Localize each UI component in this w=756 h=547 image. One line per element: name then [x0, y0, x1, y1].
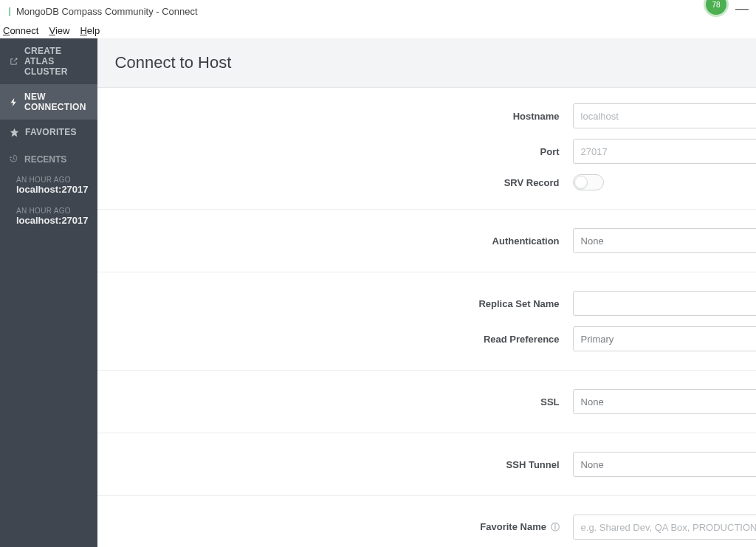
- menubar: Connect View Help: [0, 22, 756, 38]
- bolt-icon: [9, 97, 18, 107]
- label-readpref: Read Preference: [97, 334, 573, 345]
- star-icon: [9, 128, 19, 137]
- ssl-select[interactable]: None ▼: [573, 389, 756, 414]
- recent-host: localhost:27017: [16, 184, 89, 195]
- connect-form: Hostname Port SRV Record: [97, 88, 756, 547]
- menu-connect[interactable]: Connect: [3, 25, 38, 36]
- label-ssh: SSH Tunnel: [97, 459, 573, 470]
- menu-view[interactable]: View: [49, 25, 69, 36]
- favorite-name-input[interactable]: [573, 515, 756, 540]
- sidebar-item-favorites[interactable]: FAVORITES: [0, 120, 97, 145]
- main-header: Connect to Host: [97, 38, 756, 88]
- label-favname: Favorite Name ⓘ: [97, 521, 573, 534]
- divider: [97, 495, 756, 496]
- select-value: None: [581, 235, 604, 247]
- recent-host: localhost:27017: [16, 215, 89, 226]
- sidebar-item-label: FAVORITES: [25, 127, 77, 137]
- toggle-knob: [574, 176, 588, 189]
- label-port: Port: [97, 146, 573, 157]
- label-ssl: SSL: [97, 396, 573, 407]
- menu-help[interactable]: Help: [80, 25, 100, 36]
- read-preference-select[interactable]: Primary ▼: [573, 326, 756, 351]
- status-badge: 78: [706, 0, 726, 15]
- history-icon: [9, 154, 18, 165]
- divider: [97, 433, 756, 433]
- label-auth: Authentication: [97, 235, 573, 247]
- main-panel: Connect to Host Hostname Port SRV Record: [97, 38, 756, 547]
- recent-item[interactable]: AN HOUR AGO localhost:27017: [0, 202, 97, 233]
- select-value: None: [581, 396, 604, 407]
- hostname-input[interactable]: [573, 103, 756, 128]
- divider: [97, 272, 756, 272]
- window-title: MongoDB Compass Community - Connect: [16, 6, 198, 17]
- divider: [97, 209, 756, 210]
- minimize-button[interactable]: —: [735, 4, 749, 12]
- menu-connect-rest: onnect: [10, 25, 38, 36]
- recent-item[interactable]: AN HOUR AGO localhost:27017: [0, 171, 97, 202]
- sidebar-recents-header: RECENTS: [0, 145, 97, 171]
- page-title: Connect to Host: [115, 53, 756, 72]
- info-icon[interactable]: ⓘ: [551, 522, 560, 532]
- recent-ago: AN HOUR AGO: [16, 207, 89, 215]
- label-hostname: Hostname: [97, 111, 573, 122]
- sidebar-item-label: CREATE ATLAS CLUSTER: [24, 46, 89, 77]
- sidebar-item-label: RECENTS: [24, 154, 66, 165]
- replica-set-input[interactable]: [573, 291, 756, 316]
- port-input[interactable]: [573, 139, 756, 164]
- sidebar-item-new-connection[interactable]: NEW CONNECTION: [0, 84, 97, 120]
- label-srv: SRV Record: [97, 177, 573, 188]
- titlebar: ❘ MongoDB Compass Community - Connect 78…: [0, 0, 756, 22]
- srv-toggle[interactable]: [573, 174, 604, 190]
- label-replica: Replica Set Name: [97, 298, 573, 309]
- sidebar: CREATE ATLAS CLUSTER NEW CONNECTION FAVO…: [0, 38, 97, 547]
- ssh-tunnel-select[interactable]: None ▼: [573, 452, 756, 477]
- mongodb-leaf-icon: ❘: [6, 6, 13, 16]
- select-value: Primary: [581, 334, 614, 345]
- sidebar-item-label: NEW CONNECTION: [24, 92, 89, 112]
- recent-ago: AN HOUR AGO: [16, 176, 89, 184]
- authentication-select[interactable]: None ▼: [573, 228, 756, 253]
- select-value: None: [581, 459, 604, 470]
- sidebar-item-create-atlas[interactable]: CREATE ATLAS CLUSTER: [0, 38, 97, 84]
- external-link-icon: [9, 57, 18, 66]
- divider: [97, 370, 756, 371]
